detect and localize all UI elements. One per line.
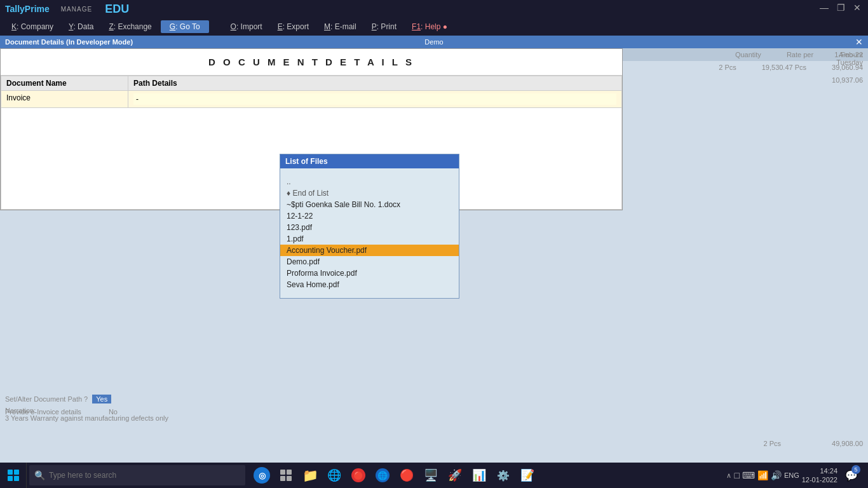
app-icon-6[interactable]: 📊 <box>468 463 491 488</box>
bg-footer-amounts: 2 Pcs 49,908.00 <box>759 437 868 450</box>
top-bar: TallyPrime MANAGE EDU — ❐ ✕ KK: Company:… <box>0 0 868 36</box>
path-input[interactable] <box>133 93 616 105</box>
systray-icon-1: □ <box>734 470 739 480</box>
bg-narration: Narration: 3 Years Warranty against manu… <box>0 404 868 424</box>
app-icon-3[interactable]: 🔴 <box>395 463 418 488</box>
col-path-details: Path Details <box>128 76 622 91</box>
svg-rect-0 <box>280 470 285 475</box>
svg-rect-3 <box>287 476 292 481</box>
list-item[interactable]: 12-1-22 <box>280 210 459 222</box>
minimize-button[interactable]: — <box>818 3 830 13</box>
manage-label: MANAGE <box>61 6 92 13</box>
list-item[interactable]: 123.pdf <box>280 222 459 233</box>
sub-header-title: Document Details (In Developer Mode) <box>5 38 133 46</box>
nav-export[interactable]: E: Export <box>271 21 315 32</box>
list-item-selected[interactable]: Accounting Voucher.pdf <box>280 245 459 256</box>
path-cell <box>128 91 622 108</box>
list-body: .. ♦ End of List ~$pti Goenka Sale Bill … <box>280 168 459 298</box>
invoice-row: Invoice <box>1 91 622 108</box>
sub-header-close-button[interactable]: ✕ <box>855 37 863 47</box>
file-explorer-icon[interactable]: 📁 <box>299 463 322 488</box>
app-icon-8[interactable]: 📝 <box>516 463 539 488</box>
app-name: TallyPrime <box>5 4 50 14</box>
app-sub: EDU <box>105 3 129 16</box>
list-item[interactable]: 1.pdf <box>280 233 459 245</box>
bg-date: 1-Feb-22 Tuesday <box>834 51 863 66</box>
app-icon-5[interactable]: 🚀 <box>444 463 466 488</box>
list-item[interactable]: Demo.pdf <box>280 256 459 268</box>
systray-arrow[interactable]: ∧ <box>726 471 731 480</box>
search-input[interactable] <box>49 471 227 480</box>
systray-icon-2: ⌨ <box>742 470 755 480</box>
sub-header: Document Details (In Developer Mode) Dem… <box>0 36 868 48</box>
nav-print[interactable]: P: Print <box>365 21 403 32</box>
bg-set-alter: Set/Alter Document Path ? Yes <box>0 393 116 405</box>
col-doc-name: Document Name <box>1 76 128 91</box>
app-icon-1[interactable]: 🔴 <box>347 463 370 488</box>
list-header: List of Files <box>280 154 459 168</box>
bg-col-rate: Rate per <box>787 51 813 58</box>
nav-exchange[interactable]: Z: Exchange <box>102 21 158 32</box>
notification-center-button[interactable]: 💬 5 <box>840 463 863 488</box>
list-item[interactable]: ~$pti Goenka Sale Bill No. 1.docx <box>280 199 459 210</box>
search-icon: 🔍 <box>34 470 45 480</box>
systray: ∧ □ ⌨ 📶 🔊 ENG 14:24 12-01-2022 💬 5 <box>726 463 868 488</box>
systray-icon-3: 📶 <box>757 470 768 480</box>
bg-col-qty: Quantity <box>735 51 761 58</box>
doc-details-title: D O C U M E N T D E T A I L S <box>1 49 622 76</box>
nav-import[interactable]: O: Import <box>224 21 269 32</box>
app-icon-4[interactable]: 🖥️ <box>419 463 442 488</box>
nav-help[interactable]: F1: Help ● <box>405 21 454 32</box>
nav-row: KK: Company: Company Y: Data Z: Exchange… <box>0 18 868 36</box>
taskbar-search-icon[interactable]: ◎ <box>250 463 273 488</box>
task-view-icon[interactable] <box>275 463 297 488</box>
start-button[interactable] <box>0 463 27 488</box>
list-item[interactable]: .. <box>280 176 459 187</box>
edge-icon[interactable]: 🌐 <box>323 463 346 488</box>
clock: 14:24 12-01-2022 <box>802 466 837 485</box>
nav-data[interactable]: Y: Data <box>62 21 100 32</box>
lang-indicator: ENG <box>784 471 799 479</box>
close-button[interactable]: ✕ <box>851 3 863 13</box>
main-area: 1-Feb-22 Tuesday Quantity Rate per Amoun… <box>0 48 868 463</box>
list-item[interactable]: ♦ End of List <box>280 187 459 199</box>
app-icon-7[interactable]: ⚙️ <box>492 463 515 488</box>
nav-company[interactable]: KK: Company: Company <box>5 21 60 32</box>
app-icon-2[interactable]: 🌐 <box>371 463 394 488</box>
list-item[interactable]: Proforma Invoice.pdf <box>280 268 459 279</box>
list-of-files: List of Files .. ♦ End of List ~$pti Goe… <box>280 154 459 299</box>
notification-badge: 5 <box>851 465 860 474</box>
maximize-button[interactable]: ❐ <box>835 3 846 13</box>
svg-rect-2 <box>280 476 285 481</box>
nav-goto-button[interactable]: G: Go To <box>161 20 209 33</box>
nav-email[interactable]: M: E-mail <box>318 21 363 32</box>
title-row: TallyPrime MANAGE EDU — ❐ ✕ <box>0 0 868 18</box>
taskbar: 🔍 ◎ 📁 🌐 🔴 🌐 <box>0 463 868 488</box>
taskbar-icons: ◎ 📁 🌐 🔴 🌐 🔴 🖥️ <box>250 463 539 488</box>
systray-icon-4: 🔊 <box>771 470 782 480</box>
svg-rect-1 <box>287 470 292 475</box>
sub-header-demo: Demo <box>424 38 443 46</box>
window-controls: — ❐ ✕ <box>818 3 863 13</box>
search-bar[interactable]: 🔍 <box>29 465 245 485</box>
invoice-label: Invoice <box>1 91 128 108</box>
windows-icon <box>8 470 19 481</box>
list-item[interactable]: Seva Home.pdf <box>280 279 459 290</box>
